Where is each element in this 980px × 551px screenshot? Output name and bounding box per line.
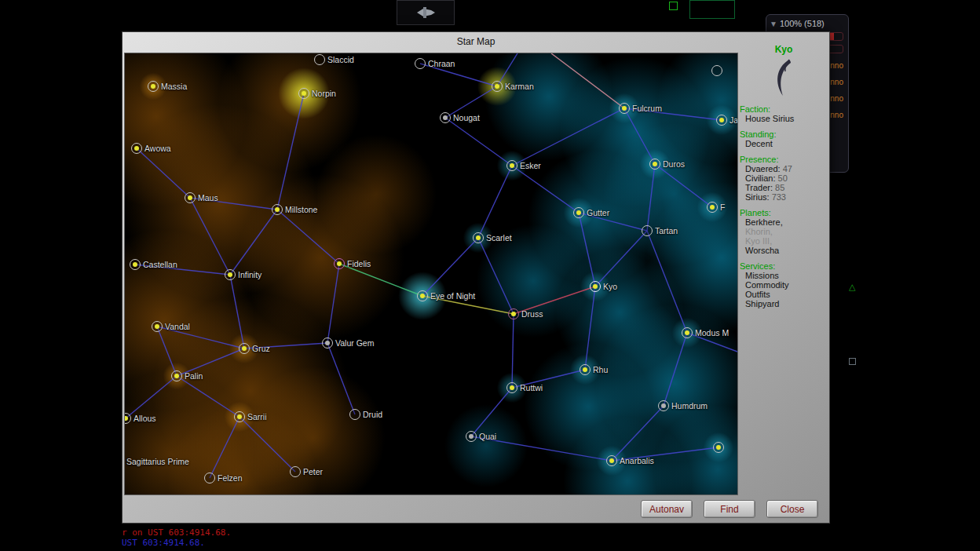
- system-scarlet[interactable]: [473, 232, 484, 243]
- system-valurgem[interactable]: [322, 338, 333, 348]
- presence-line: Trader: 85: [745, 183, 828, 192]
- system-label: Druss: [521, 309, 543, 319]
- system-gutter[interactable]: [573, 207, 584, 218]
- weapon-label: nno: [830, 95, 843, 103]
- service-line: Missions: [745, 271, 828, 280]
- standing-label: Standing:: [740, 130, 828, 139]
- system-dot: [302, 91, 306, 96]
- system-humdrum[interactable]: [658, 400, 669, 411]
- log-line-2: UST 603:4914.68.: [122, 538, 205, 548]
- system-label: Quai: [479, 432, 496, 441]
- system-edge_ne[interactable]: [711, 65, 722, 76]
- system-peter[interactable]: [290, 466, 301, 477]
- system-label: Sagittarius Prime: [126, 457, 189, 466]
- system-dot: [155, 324, 159, 329]
- faction-value: House Sirius: [745, 114, 828, 123]
- system-massia[interactable]: [148, 81, 159, 92]
- system-edge_se[interactable]: [713, 442, 724, 453]
- dialog-button-row: Autonav Find Close: [641, 500, 818, 518]
- system-flok[interactable]: [707, 202, 718, 213]
- system-allous[interactable]: [124, 413, 131, 424]
- system-eyeofnight[interactable]: [417, 290, 428, 301]
- planet-line: Worscha: [745, 246, 828, 255]
- weapon-label: nno: [830, 78, 843, 86]
- system-kyo[interactable]: [590, 281, 601, 292]
- planet-line: Kyo III,: [745, 236, 828, 246]
- system-druid[interactable]: [349, 409, 360, 420]
- system-dot: [237, 414, 242, 419]
- system-label: Rhu: [593, 365, 608, 374]
- system-palin[interactable]: [171, 370, 182, 381]
- faction-label: Faction:: [740, 104, 828, 114]
- system-label: Millstone: [285, 205, 317, 214]
- system-label: Modus M: [695, 328, 729, 338]
- system-maus[interactable]: [185, 192, 196, 203]
- services-list: MissionsCommodityOutfitsShipyard: [740, 271, 828, 308]
- system-awowa[interactable]: [131, 143, 142, 154]
- system-dot: [228, 272, 232, 277]
- system-label: Druid: [363, 410, 382, 419]
- system-duros[interactable]: [649, 159, 660, 170]
- system-infinity[interactable]: [225, 269, 236, 280]
- system-label: Massia: [161, 82, 187, 91]
- game-screen: ▼ 100% (518) nnonnonnonno △ r on UST 603…: [0, 0, 980, 551]
- system-layer: SlaccidChraanMassiaNorpinKarmanFulcrumJa…: [125, 53, 737, 494]
- system-label: Nougat: [453, 113, 480, 122]
- standing-value: Decent: [745, 139, 828, 148]
- system-label: Duros: [663, 159, 685, 169]
- system-label: Norpin: [312, 89, 336, 98]
- system-label: Maus: [198, 193, 218, 203]
- presence-line: Civilian: 50: [745, 173, 828, 183]
- system-chraan[interactable]: [415, 58, 426, 69]
- system-dot: [469, 434, 474, 439]
- system-fulcrum[interactable]: [619, 103, 630, 114]
- system-info-panel: Kyo Faction: House Sirius Standing: Dece…: [740, 43, 828, 514]
- system-dot: [511, 312, 516, 316]
- system-label: Fidelis: [347, 259, 371, 268]
- system-label: Sarrii: [247, 412, 267, 421]
- system-millstone[interactable]: [272, 204, 283, 215]
- top-right-frame: [689, 0, 735, 19]
- system-dot: [124, 416, 128, 421]
- zoom-triangle-icon[interactable]: ▼: [770, 20, 777, 28]
- system-fidelis[interactable]: [334, 258, 345, 269]
- faction-sigil-icon: [770, 57, 798, 98]
- system-dot: [716, 445, 721, 450]
- system-gruz[interactable]: [239, 343, 250, 354]
- autonav-button[interactable]: Autonav: [641, 500, 693, 518]
- system-label: Vandal: [165, 322, 190, 331]
- system-label: Eye of Night: [430, 291, 475, 301]
- system-vandal[interactable]: [152, 321, 163, 332]
- system-anarbalis[interactable]: [606, 455, 617, 466]
- system-dot: [622, 106, 627, 111]
- system-label: Peter: [303, 467, 323, 476]
- system-ruttwi[interactable]: [506, 382, 517, 393]
- system-dot: [653, 162, 657, 166]
- system-quai[interactable]: [466, 431, 477, 442]
- system-dot: [134, 146, 139, 151]
- system-karman[interactable]: [492, 81, 503, 92]
- planets-list: Berkhere,Khorin,Kyo III,Worscha: [740, 217, 828, 255]
- system-rhu[interactable]: [580, 364, 591, 375]
- target-ship-icon: [414, 5, 437, 20]
- radar-square-icon: [849, 358, 856, 365]
- system-tartan[interactable]: [642, 225, 653, 236]
- system-esker[interactable]: [506, 160, 517, 171]
- system-norpin[interactable]: [298, 88, 309, 99]
- system-slaccid[interactable]: [314, 54, 325, 65]
- system-label: Gutter: [587, 208, 609, 217]
- system-castellan[interactable]: [130, 259, 141, 270]
- find-button[interactable]: Find: [704, 500, 755, 518]
- system-jack[interactable]: [716, 115, 727, 126]
- close-button[interactable]: Close: [766, 500, 818, 518]
- system-nougat[interactable]: [440, 112, 451, 123]
- window-title: Star Map: [122, 36, 829, 47]
- system-druss[interactable]: [508, 308, 519, 319]
- presence-line: Sirius: 733: [745, 192, 828, 202]
- star-map[interactable]: SlaccidChraanMassiaNorpinKarmanFulcrumJa…: [124, 53, 738, 495]
- system-felzen[interactable]: [204, 473, 215, 483]
- system-modus[interactable]: [682, 327, 693, 338]
- system-dot: [476, 235, 481, 240]
- system-dot: [275, 207, 280, 212]
- system-sarrii[interactable]: [234, 411, 245, 422]
